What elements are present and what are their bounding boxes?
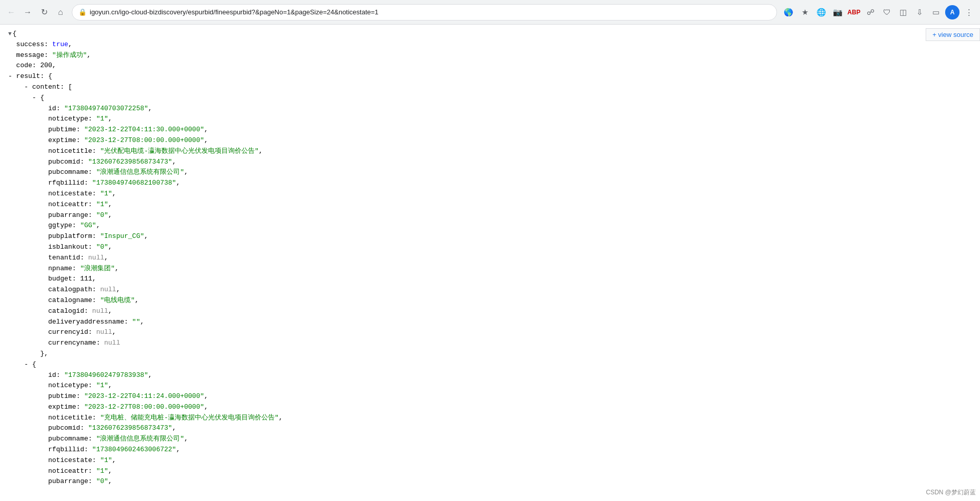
- item2-exptime: exptime: "2023-12-27T08:00:00.000+0000",: [8, 402, 972, 413]
- item1-catalogid: catalogid: null,: [8, 306, 972, 317]
- edge-icon[interactable]: 🌐: [814, 5, 828, 19]
- item1-ggtype: ggtype: "GG",: [8, 221, 972, 231]
- item1-budget: budget: 111,: [8, 274, 972, 285]
- item1-currencyid: currencyid: null,: [8, 327, 972, 338]
- item2-pubcomname: pubcomname: "浪潮通信信息系统有限公司",: [8, 434, 972, 445]
- browser-toolbar: ← → ↻ ⌂ 🔒 igoyun.cn/igo-cloud-bizdiscove…: [0, 0, 980, 25]
- item1-open: - {: [8, 93, 972, 104]
- item1-pubplatform: pubplatform: "Inspur_CG",: [8, 231, 972, 242]
- code-line: code: 200,: [8, 61, 972, 71]
- item2-noticetype: noticetype: "1",: [8, 380, 972, 391]
- view-source-label: + view source: [932, 31, 973, 38]
- camera-icon[interactable]: 📷: [830, 5, 845, 19]
- item1-npname: npname: "浪潮集团",: [8, 264, 972, 274]
- split-icon[interactable]: ▭: [929, 5, 943, 19]
- item2-noticetitle: noticetitle: "充电桩、储能充电桩-瀛海数据中心光伏发电项目询价公告…: [8, 413, 972, 424]
- profile-button[interactable]: A: [945, 5, 959, 19]
- view-source-button[interactable]: + view source: [926, 28, 980, 41]
- item1-catalogname: catalogname: "电线电缆",: [8, 295, 972, 306]
- forward-button[interactable]: →: [21, 5, 35, 19]
- item1-close: },: [8, 349, 972, 359]
- item2-open: - {: [8, 359, 972, 370]
- back-button[interactable]: ←: [4, 5, 18, 19]
- translate-icon[interactable]: 🌎: [781, 5, 795, 19]
- address-bar[interactable]: 🔒 igoyun.cn/igo-cloud-bizdiscovery/espur…: [72, 4, 777, 21]
- item1-currencyname: currencyname: null: [8, 338, 972, 349]
- home-button[interactable]: ⌂: [53, 5, 68, 19]
- menu-button[interactable]: ⋮: [962, 5, 976, 19]
- item2-id: id: "1738049602479783938",: [8, 370, 972, 381]
- bookmark-star-icon[interactable]: ★: [798, 5, 812, 19]
- item1-noticestate: noticestate: "1",: [8, 189, 972, 199]
- message-line: message: "操作成功",: [8, 50, 972, 61]
- item1-tenantid: tenantid: null,: [8, 253, 972, 264]
- item1-noticetitle: noticetitle: "光伏配电电缆-瀛海数据中心光伏发电项目询价公告",: [8, 146, 972, 157]
- item1-exptime: exptime: "2023-12-27T08:00:00.000+0000",: [8, 135, 972, 146]
- item2-pubcomid: pubcomid: "1326076239856873473",: [8, 423, 972, 434]
- item1-noticetype: noticetype: "1",: [8, 114, 972, 125]
- watermark: CSDN @梦幻蔚蓝: [926, 488, 976, 497]
- result-line: - result: {: [8, 71, 972, 82]
- content-line: - content: [: [8, 82, 972, 93]
- item1-pubarrange: pubarrange: "0",: [8, 210, 972, 221]
- toolbar-icons-right: 🌎 ★ 🌐 📷 ABP ☍ 🛡 ◫ ⇩ ▭ A ⋮: [781, 5, 976, 19]
- grid-icon[interactable]: ◫: [896, 5, 910, 19]
- lock-icon: 🔒: [78, 8, 87, 16]
- item1-pubtime: pubtime: "2023-12-22T04:11:30.000+0000",: [8, 125, 972, 135]
- item1-pubcomid: pubcomid: "1326076239856873473",: [8, 157, 972, 168]
- item1-catalogpath: catalogpath: null,: [8, 285, 972, 295]
- shield-icon[interactable]: 🛡: [880, 5, 894, 19]
- item2-noticestate: noticestate: "1",: [8, 455, 972, 466]
- item1-deliveryaddressname: deliveryaddressname: "",: [8, 317, 972, 328]
- item1-rfqbillid: rfqbillid: "1738049740682100738",: [8, 178, 972, 189]
- collapse-root[interactable]: ▼: [8, 31, 12, 37]
- item2-rfqbillid: rfqbillid: "1738049602463006722",: [8, 445, 972, 455]
- item2-pubtime: pubtime: "2023-12-22T04:11:24.000+0000",: [8, 391, 972, 402]
- item1-isblankout: isblankout: "0",: [8, 242, 972, 253]
- root-brace-open: ▼{: [8, 29, 972, 39]
- download-icon[interactable]: ⇩: [912, 5, 927, 19]
- extensions-icon[interactable]: ☍: [863, 5, 877, 19]
- item1-pubcomname: pubcomname: "浪潮通信信息系统有限公司",: [8, 167, 972, 178]
- url-text: igoyun.cn/igo-cloud-bizdiscovery/espurbi…: [90, 8, 770, 16]
- json-content: ▼{ success: true, message: "操作成功", code:…: [0, 25, 980, 501]
- item2-noticeattr: noticeattr: "1",: [8, 466, 972, 477]
- success-line: success: true,: [8, 39, 972, 50]
- item1-id: id: "1738049740703072258",: [8, 104, 972, 114]
- adblock-icon[interactable]: ABP: [847, 5, 861, 19]
- nav-buttons: ← → ↻ ⌂: [4, 5, 68, 19]
- item1-noticeattr: noticeattr: "1",: [8, 199, 972, 210]
- item2-pubarrange: pubarrange: "0",: [8, 476, 972, 487]
- reload-button[interactable]: ↻: [37, 5, 51, 19]
